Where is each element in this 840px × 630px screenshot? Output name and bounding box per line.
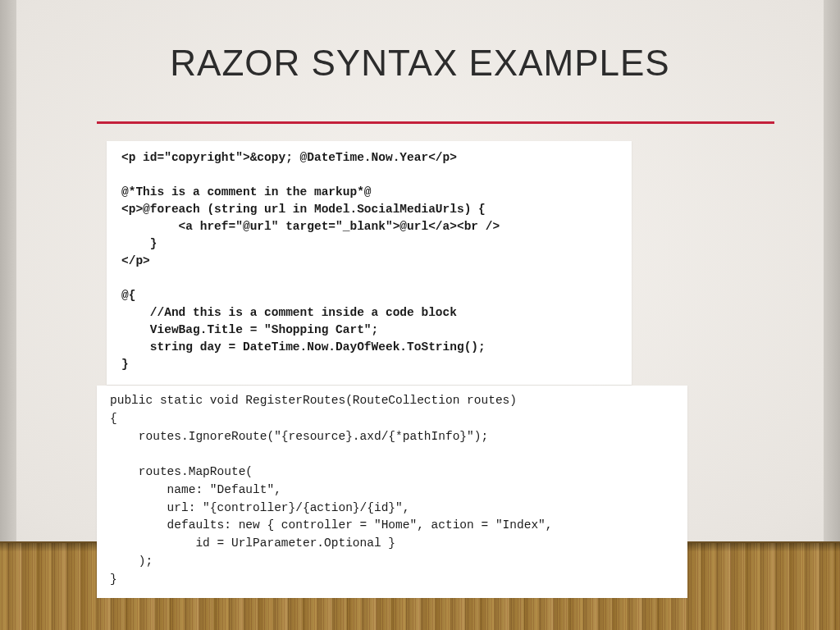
code-block-routes: public static void RegisterRoutes(RouteC… xyxy=(97,386,687,598)
presentation-slide: RAZOR SYNTAX EXAMPLES <p id="copyright">… xyxy=(0,0,840,630)
title-underline xyxy=(97,121,774,124)
slide-title: RAZOR SYNTAX EXAMPLES xyxy=(0,43,840,84)
code-block-razor: <p id="copyright">&copy; @DateTime.Now.Y… xyxy=(107,141,632,385)
